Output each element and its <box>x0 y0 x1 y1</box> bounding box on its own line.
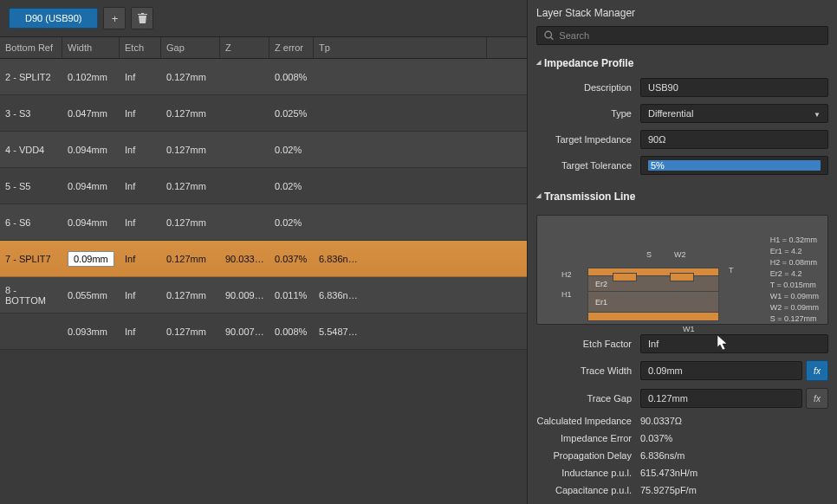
col-gap[interactable]: Gap <box>161 37 220 58</box>
value-calc-impedance: 90.0337Ω <box>640 416 828 426</box>
label-capacitance: Capacitance p.u.l. <box>536 485 640 495</box>
fx-trace-gap[interactable]: fx <box>806 388 828 409</box>
grid-body[interactable]: 2 - SPLIT20.102mmInf0.127mm0.008%3 - S30… <box>0 59 527 504</box>
search-input[interactable] <box>559 30 821 41</box>
cell-gap: 0.127mm <box>161 72 220 82</box>
table-row[interactable]: 5 - S50.094mmInf0.127mm0.02% <box>0 168 527 204</box>
col-tp[interactable]: Tp <box>314 37 487 58</box>
cell-gap: 0.127mm <box>161 254 220 264</box>
cell-width: 0.094mm <box>62 181 120 191</box>
dim-h1: H1 <box>561 290 572 299</box>
table-row[interactable]: 4 - VDD40.094mmInf0.127mm0.02% <box>0 132 527 168</box>
label-impedance-error: Impedance Error <box>536 433 640 443</box>
cell-gap: 0.127mm <box>161 290 220 300</box>
table-row[interactable]: 6 - S60.094mmInf0.127mm0.02% <box>0 204 527 241</box>
label-inductance: Inductance p.u.l. <box>536 468 640 478</box>
layer-er2: Er2 <box>587 276 719 292</box>
input-target-impedance[interactable] <box>640 130 828 149</box>
label-prop-delay: Propagation Delay <box>536 450 640 461</box>
label-etch-factor: Etch Factor <box>536 339 640 349</box>
svg-line-1 <box>551 37 554 40</box>
label-type: Type <box>536 108 640 119</box>
cell-width: 0.094mm <box>62 145 120 155</box>
value-inductance: 615.473nH/m <box>640 468 828 478</box>
col-width[interactable]: Width <box>62 37 120 58</box>
cell-zerr: 0.02% <box>269 145 314 155</box>
cell-gap: 0.127mm <box>161 181 220 191</box>
dim-h2: H2 <box>561 270 572 279</box>
value-impedance-error: 0.037% <box>640 433 828 443</box>
add-profile-button[interactable]: + <box>103 7 126 29</box>
layer-er1: Er1 <box>587 292 719 313</box>
label-trace-gap: Trace Gap <box>536 393 640 404</box>
profile-tab-active[interactable]: D90 (USB90) <box>9 8 98 29</box>
col-zerr[interactable]: Z error <box>269 37 314 58</box>
dim-w2: W2 <box>674 250 686 259</box>
input-trace-width[interactable] <box>640 361 802 380</box>
col-z[interactable]: Z <box>220 37 269 58</box>
cell-tp: 6.836n… <box>314 254 487 264</box>
fx-trace-width[interactable]: fx <box>806 360 828 381</box>
cell-etch: Inf <box>120 326 161 337</box>
cell-z: 90.009… <box>220 290 269 300</box>
cell-bottom-ref: 8 - BOTTOM <box>0 285 62 306</box>
cell-gap: 0.127mm <box>161 145 220 155</box>
cell-etch: Inf <box>120 72 161 82</box>
cell-bottom-ref: 5 - S5 <box>0 181 62 191</box>
dim-t: T <box>729 266 734 275</box>
cell-width: 0.055mm <box>62 290 120 300</box>
section-transmission-line[interactable]: Transmission Line <box>536 191 828 203</box>
trash-icon <box>138 13 147 23</box>
label-description: Description <box>536 82 640 93</box>
cell-gap: 0.127mm <box>161 108 220 119</box>
cell-width: 0.047mm <box>62 108 120 119</box>
section-impedance-profile[interactable]: Impedance Profile <box>536 57 828 69</box>
cell-width: 0.094mm <box>62 217 120 228</box>
cell-gap: 0.127mm <box>161 217 220 228</box>
cell-etch: Inf <box>120 108 161 119</box>
cell-z: 90.007… <box>220 326 269 337</box>
select-type[interactable]: Differential <box>640 104 828 123</box>
input-etch-factor[interactable] <box>640 334 828 353</box>
cell-tp: 6.836n… <box>314 290 487 300</box>
cell-etch: Inf <box>120 145 161 155</box>
search-box[interactable] <box>536 26 828 45</box>
cell-zerr: 0.02% <box>269 181 314 191</box>
table-row[interactable]: 8 - BOTTOM0.055mmInf0.127mm90.009…0.011%… <box>0 277 527 313</box>
table-row[interactable]: 3 - S30.047mmInf0.127mm0.025% <box>0 95 527 132</box>
search-icon <box>544 30 554 41</box>
panel-title: Layer Stack Manager <box>536 5 828 26</box>
cell-gap: 0.127mm <box>161 326 220 337</box>
transmission-line-diagram: S W2 T H2 H1 W1 Er2 Er1 H1 = 0.32mmEr1 =… <box>536 215 828 325</box>
profiles-tab-bar: D90 (USB90) + <box>0 0 527 36</box>
dim-s: S <box>646 250 652 259</box>
cell-zerr: 0.008% <box>269 326 314 337</box>
diagram-values: H1 = 0.32mmEr1 = 4.2H2 = 0.08mmEr2 = 4.2… <box>770 235 819 325</box>
cell-bottom-ref: 3 - S3 <box>0 108 62 119</box>
cell-etch: Inf <box>120 290 161 300</box>
input-target-tolerance[interactable] <box>640 156 828 175</box>
cell-bottom-ref: 2 - SPLIT2 <box>0 72 62 82</box>
cell-tp: 5.5487… <box>314 326 487 337</box>
col-etch[interactable]: Etch <box>120 37 161 58</box>
table-row[interactable]: 0.093mmInf0.127mm90.007…0.008%5.5487… <box>0 313 527 350</box>
input-description[interactable] <box>640 78 828 97</box>
cell-etch: Inf <box>120 254 161 264</box>
label-calc-impedance: Calculated Impedance <box>536 416 640 426</box>
value-capacitance: 75.9275pF/m <box>640 485 828 495</box>
table-row[interactable]: 2 - SPLIT20.102mmInf0.127mm0.008% <box>0 59 527 95</box>
cell-zerr: 0.037% <box>269 254 314 264</box>
cell-width: 0.093mm <box>62 326 120 337</box>
cell-z: 90.033… <box>220 254 269 264</box>
col-bottom-ref[interactable]: Bottom Ref <box>0 37 62 58</box>
cell-width[interactable]: 0.09mm <box>62 254 120 264</box>
table-row[interactable]: 7 - SPLIT70.09mmInf0.127mm90.033…0.037%6… <box>0 241 527 277</box>
cell-width: 0.102mm <box>62 72 120 82</box>
input-trace-gap[interactable] <box>640 389 802 408</box>
label-trace-width: Trace Width <box>536 365 640 376</box>
cell-bottom-ref: 7 - SPLIT7 <box>0 254 62 264</box>
cell-etch: Inf <box>120 217 161 228</box>
delete-profile-button[interactable] <box>131 7 153 29</box>
cell-etch: Inf <box>120 181 161 191</box>
dim-w1: W1 <box>683 325 695 333</box>
